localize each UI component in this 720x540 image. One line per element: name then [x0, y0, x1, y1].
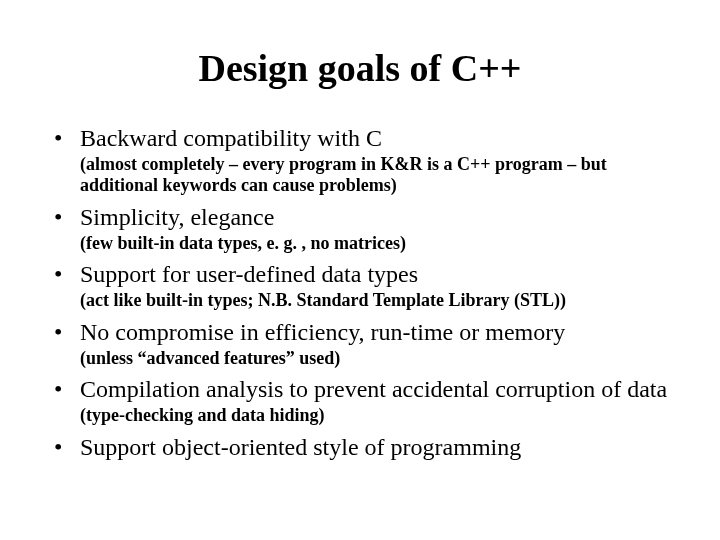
slide: Design goals of C++ Backward compatibili…: [0, 0, 720, 540]
list-item: Support object-oriented style of program…: [48, 433, 672, 462]
bullet-list: Backward compatibility with C (almost co…: [48, 124, 672, 461]
list-item: Backward compatibility with C (almost co…: [48, 124, 672, 197]
list-item: Support for user-defined data types (act…: [48, 260, 672, 311]
bullet-point: Backward compatibility with C: [80, 124, 672, 153]
list-item: Compilation analysis to prevent accident…: [48, 375, 672, 426]
bullet-point: Compilation analysis to prevent accident…: [80, 375, 672, 404]
bullet-subtext: (act like built-in types; N.B. Standard …: [80, 290, 672, 312]
bullet-point: No compromise in efficiency, run-time or…: [80, 318, 672, 347]
bullet-subtext: (few built-in data types, e. g. , no mat…: [80, 233, 672, 255]
list-item: Simplicity, elegance (few built-in data …: [48, 203, 672, 254]
bullet-subtext: (unless “advanced features” used): [80, 348, 672, 370]
bullet-subtext: (almost completely – every program in K&…: [80, 154, 672, 197]
bullet-subtext: (type-checking and data hiding): [80, 405, 672, 427]
bullet-point: Support for user-defined data types: [80, 260, 672, 289]
bullet-point: Simplicity, elegance: [80, 203, 672, 232]
list-item: No compromise in efficiency, run-time or…: [48, 318, 672, 369]
bullet-point: Support object-oriented style of program…: [80, 433, 672, 462]
slide-title: Design goals of C++: [48, 46, 672, 90]
